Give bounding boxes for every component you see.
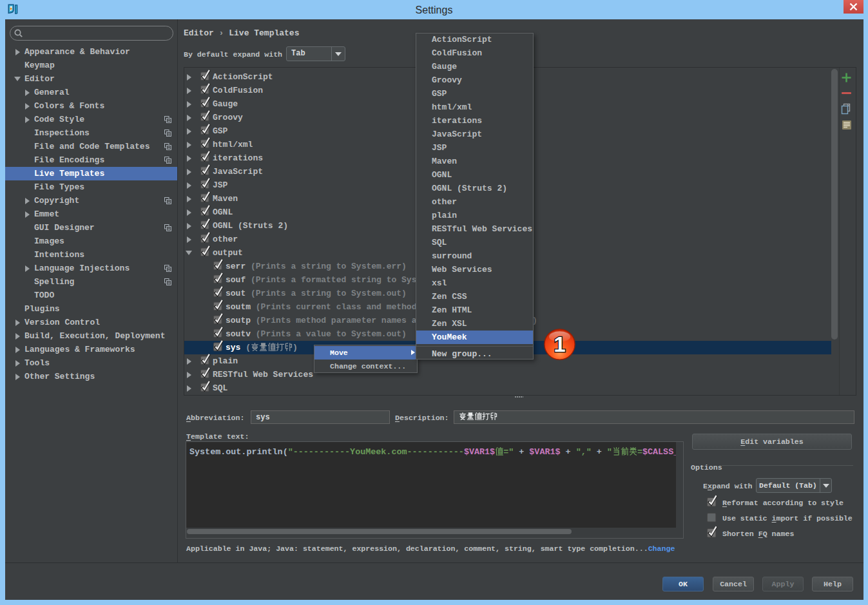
svg-text:1: 1: [554, 332, 565, 356]
